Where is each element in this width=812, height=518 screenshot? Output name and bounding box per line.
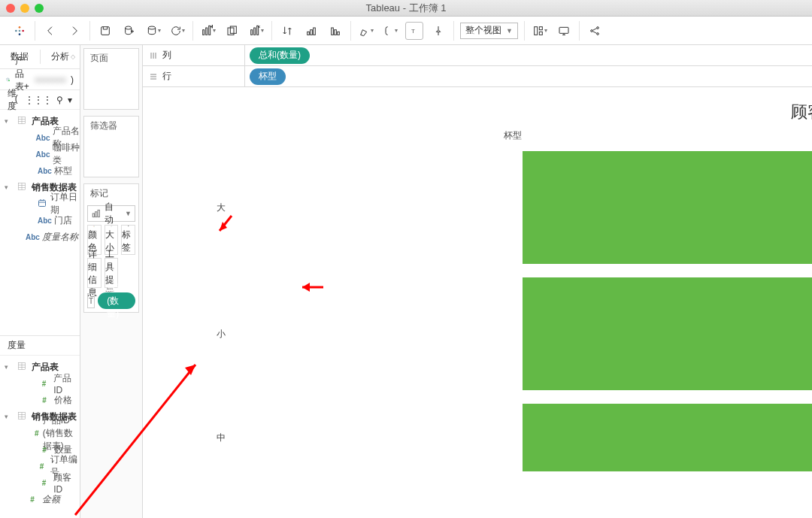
close-window-button[interactable] [6,4,15,13]
chevron-down-icon: ▼ [506,27,513,35]
tab-analytics[interactable]: 分析◇ [41,45,80,68]
filters-card[interactable]: 筛选器 [83,116,139,177]
chart-bar-row: 小13,832 [211,277,812,390]
chart-bar-row: 中 [211,404,812,471]
svg-point-59 [94,226,95,226]
svg-rect-43 [38,201,45,207]
cards-column: 页面 筛选器 标记 自动 ▼ 颜色 大小 T标签 详细信息 工具提示 [80,45,143,518]
redacted-text: xxxxxxx [35,74,66,85]
svg-rect-13 [230,26,236,33]
svg-rect-20 [311,29,313,35]
window-controls [6,4,44,13]
bar-chart: 大13,419小13,832中 [143,151,812,485]
tree-field[interactable]: #价格 [0,392,80,408]
svg-point-32 [597,32,599,35]
label-button[interactable]: T标签 [121,225,135,255]
menu-icon[interactable]: ▾ [68,95,72,105]
tree-field[interactable]: #顾客ID [0,474,80,491]
tree-field[interactable]: 订单日期 [0,195,80,212]
bar-icon [91,208,102,219]
label-pill[interactable]: 总和(数量) [98,292,135,309]
tree-field[interactable]: Abc度量名称 [0,229,80,245]
bar-category-label: 大 [211,201,226,214]
bar[interactable] [523,404,812,471]
mark-type-label: 自动 [105,201,122,226]
svg-rect-15 [254,28,256,35]
back-button[interactable] [41,22,59,40]
highlight-button[interactable]: ▾ [357,22,375,40]
share-button[interactable] [586,22,604,40]
window-titlebar: Tableau - 工作簿 1 [0,0,812,17]
marks-card: 标记 自动 ▼ 颜色 大小 T标签 详细信息 工具提示 T 总和(数量) [83,183,139,313]
worksheet-area: 列 总和(数量) 行 杯型 顾客选择杯型 杯型 大13,419小13,832中 [143,45,812,518]
tree-field[interactable]: Abc杯型 [0,162,80,179]
labels-button[interactable]: T [405,22,423,40]
new-datasource-button[interactable] [120,22,138,40]
bar[interactable] [523,277,812,390]
rows-shelf[interactable]: 行 杯型 [143,66,812,87]
mark-type-selector[interactable]: 自动 ▼ [87,205,135,222]
tab-data[interactable]: 数据 [0,45,40,68]
detail-button[interactable]: 详细信息 [87,258,102,288]
pin-button[interactable] [429,22,447,40]
svg-rect-12 [228,28,234,35]
svg-rect-57 [98,210,99,217]
zoom-window-button[interactable] [35,4,44,13]
bar[interactable] [523,151,812,264]
view-icon[interactable]: ⋮⋮⋮ [25,95,52,105]
columns-shelf[interactable]: 列 总和(数量) [143,45,812,66]
columns-pill[interactable]: 总和(数量) [250,47,310,64]
svg-point-30 [591,29,593,32]
svg-point-60 [94,226,95,227]
tree-field[interactable]: #产品ID (销售数据表) [0,425,80,441]
svg-point-61 [94,226,95,227]
rows-pill[interactable]: 杯型 [250,68,286,85]
group-button[interactable]: ▾ [381,22,399,40]
fit-selector-label: 整个视图 [465,24,501,37]
forward-button[interactable] [65,22,83,40]
fit-selector[interactable]: 整个视图 ▼ [460,23,518,39]
new-sheet-button[interactable]: +▾ [199,22,217,40]
bar-category-label: 中 [211,432,226,444]
chart-axis-title: 杯型 [143,129,812,142]
tree-field[interactable]: #产品ID [0,375,80,392]
svg-rect-10 [209,26,211,35]
main-toolbar: ▾ ▾ +▾ ▾ ▾ ▾ T 整个视图 ▼ ▾ [0,17,812,45]
save-button[interactable] [96,22,114,40]
svg-rect-5 [102,26,110,35]
svg-rect-28 [539,32,542,35]
svg-rect-24 [338,32,340,35]
duplicate-sheet-button[interactable] [223,22,241,40]
sort-desc-button[interactable] [326,22,344,40]
measures-header: 度量 [0,336,80,356]
minimize-window-button[interactable] [20,4,29,13]
swap-button[interactable] [278,22,296,40]
dimensions-header: 维度 ⋮⋮⋮ ⚲ ▾ [0,90,80,110]
logo-icon[interactable] [11,22,29,40]
window-title: Tableau - 工作簿 1 [366,2,447,15]
svg-rect-27 [539,26,542,29]
datasource-icon [6,74,11,85]
svg-rect-56 [95,212,97,217]
refresh-button[interactable]: ▾ [168,22,186,40]
svg-text:T: T [411,28,415,35]
svg-rect-14 [251,29,253,35]
svg-point-0 [19,26,21,29]
svg-point-4 [19,29,21,32]
columns-icon [149,51,158,60]
tree-field[interactable]: Abc咖啡种类 [0,146,80,162]
chart-title[interactable]: 顾客选择杯型 [143,87,812,129]
clear-sheet-button[interactable]: ▾ [247,22,265,40]
search-icon[interactable]: ⚲ [56,95,63,105]
pause-updates-button[interactable]: ▾ [144,22,162,40]
pages-card[interactable]: 页面 [83,48,139,110]
svg-point-58 [94,226,95,226]
svg-rect-21 [314,28,316,35]
show-cards-button[interactable]: ▾ [531,22,549,40]
tree-field[interactable]: Abc门店 [0,212,80,229]
sort-asc-button[interactable] [302,22,320,40]
bar-category-label: 小 [211,328,226,341]
svg-point-1 [15,29,17,32]
chevron-icon: ◇ [71,53,75,60]
presentation-button[interactable] [555,22,573,40]
